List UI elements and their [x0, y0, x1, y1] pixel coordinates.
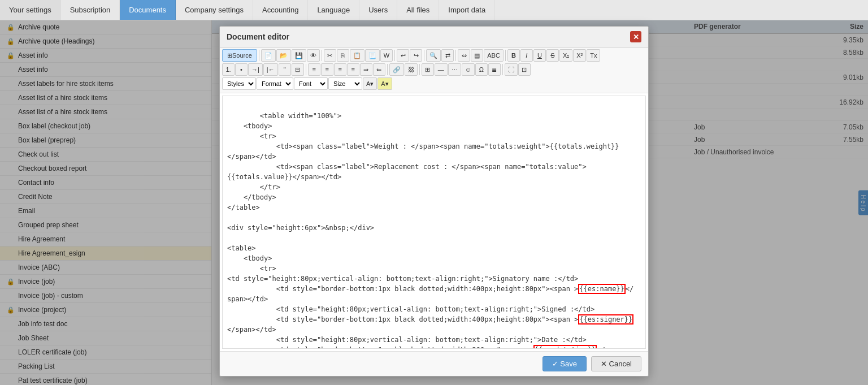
modal-footer: ✓ Save ✕ Cancel — [220, 351, 648, 376]
source-icon: ⊞ — [227, 52, 232, 59]
increase-indent-button[interactable]: →| — [248, 63, 263, 76]
bold-button[interactable]: B — [507, 49, 520, 62]
blockquote-button[interactable]: " — [279, 63, 291, 76]
text-dir-button[interactable]: ⇔ — [458, 49, 470, 62]
toolbar-row-1: ⊞ Source 📄 📂 💾 👁 ✂ ⎘ 📋 📃 W ↩ — [222, 49, 646, 62]
modal-backdrop: Document editor ✕ ⊞ Source 📄 📂 💾 👁 ✂ — [0, 20, 868, 385]
styles-select[interactable]: Styles — [222, 77, 256, 90]
iframe-button[interactable]: ≣ — [488, 63, 501, 76]
find-replace-button[interactable]: ⇄ — [441, 49, 454, 62]
tab-language[interactable]: Language — [308, 0, 359, 20]
tab-users[interactable]: Users — [359, 0, 397, 20]
align-center-button[interactable]: ≡ — [321, 63, 333, 76]
table-button[interactable]: ⊞ — [422, 63, 434, 76]
undo-button[interactable]: ↩ — [397, 49, 409, 62]
source-button[interactable]: ⊞ Source — [222, 49, 257, 62]
save-doc-button[interactable]: 💾 — [292, 49, 306, 62]
link-button[interactable]: 🔗 — [389, 63, 404, 76]
toolbar-sep — [322, 50, 322, 61]
smiley-button[interactable]: ☺ — [462, 63, 475, 76]
toolbar-sep — [306, 64, 306, 75]
hrule-button[interactable]: — — [435, 63, 448, 76]
toolbar-sep — [505, 50, 506, 61]
paste-button[interactable]: 📋 — [350, 49, 364, 62]
cut-button[interactable]: ✂ — [324, 49, 336, 62]
main-area: 🔒 Archive quote 🔒 Archive quote (Heading… — [0, 20, 868, 385]
top-nav: Your settings Subscription Documents Com… — [0, 0, 868, 20]
format-select[interactable]: Format — [257, 77, 293, 90]
new-doc-button[interactable]: 📄 — [261, 49, 276, 62]
tab-accounting[interactable]: Accounting — [253, 0, 308, 20]
cancel-button[interactable]: ✕ Cancel — [591, 356, 641, 371]
toolbar-row-3: Styles Format Font Size A▾ A▾ — [222, 77, 646, 90]
numbered-list-button[interactable]: 1. — [222, 63, 235, 76]
special-char-button[interactable]: Ω — [475, 63, 488, 76]
modal-close-button[interactable]: ✕ — [630, 31, 641, 42]
toolbar-row-2: 1. • →| |← " ⊟ ≡ ≡ ≡ ≡ ⇒ ⇐ 🔗 ⛓ — [222, 63, 646, 76]
align-justify-button[interactable]: ≡ — [347, 63, 359, 76]
find-button[interactable]: 🔍 — [426, 49, 441, 62]
page-break-button[interactable]: ⋯ — [448, 63, 461, 76]
paste-text-button[interactable]: 📃 — [365, 49, 380, 62]
tab-all-files[interactable]: All files — [397, 0, 439, 20]
show-all-button[interactable]: ⊡ — [518, 63, 531, 76]
spellcheck-button[interactable]: ABC — [484, 49, 504, 62]
toolbar-sep — [419, 64, 420, 75]
decrease-indent-button[interactable]: |← — [263, 63, 278, 76]
toolbar-sep — [424, 50, 424, 61]
toolbar-sep — [394, 50, 395, 61]
subscript-button[interactable]: X₂ — [559, 49, 572, 62]
bullet-list-button[interactable]: • — [235, 63, 248, 76]
paste-word-button[interactable]: W — [380, 49, 393, 62]
editor-content-area[interactable]: <table width="100%"> <tbody> <tr> <td><s… — [222, 96, 646, 349]
modal-title: Document editor — [227, 32, 289, 41]
tab-your-settings[interactable]: Your settings — [0, 0, 61, 20]
ltr-button[interactable]: ⇒ — [360, 63, 372, 76]
size-select[interactable]: Size — [328, 77, 362, 90]
show-blocks-button[interactable]: ▤ — [471, 49, 483, 62]
toolbar-sep — [387, 64, 388, 75]
toolbar-sep — [259, 50, 259, 61]
rtl-button[interactable]: ⇐ — [373, 63, 385, 76]
bg-color-button[interactable]: A▾ — [377, 77, 392, 90]
editor-text: <table width="100%"> <tbody> <tr> <td><s… — [227, 112, 638, 349]
strikethrough-button[interactable]: S — [546, 49, 559, 62]
maximize-button[interactable]: ⛶ — [505, 63, 518, 76]
toolbar-sep — [502, 64, 503, 75]
italic-button[interactable]: I — [520, 49, 533, 62]
editor-toolbar: ⊞ Source 📄 📂 💾 👁 ✂ ⎘ 📋 📃 W ↩ — [220, 47, 648, 93]
div-button[interactable]: ⊟ — [292, 63, 304, 76]
remove-format-button[interactable]: Tx — [587, 49, 600, 62]
unlink-button[interactable]: ⛓ — [405, 63, 418, 76]
open-button[interactable]: 📂 — [276, 49, 291, 62]
preview-button[interactable]: 👁 — [307, 49, 320, 62]
font-color-button[interactable]: A▾ — [363, 77, 377, 90]
modal-header: Document editor ✕ — [220, 27, 648, 47]
superscript-button[interactable]: X² — [573, 49, 586, 62]
toolbar-sep — [455, 50, 456, 61]
tab-company-settings[interactable]: Company settings — [176, 0, 253, 20]
redo-button[interactable]: ↪ — [410, 49, 422, 62]
save-button[interactable]: ✓ Save — [542, 356, 587, 371]
align-right-button[interactable]: ≡ — [334, 63, 346, 76]
document-editor-modal: Document editor ✕ ⊞ Source 📄 📂 💾 👁 ✂ — [219, 26, 649, 377]
copy-button[interactable]: ⎘ — [337, 49, 349, 62]
font-select[interactable]: Font — [294, 77, 328, 90]
tab-import-data[interactable]: Import data — [439, 0, 495, 20]
tab-documents[interactable]: Documents — [120, 0, 176, 20]
underline-button[interactable]: U — [533, 49, 546, 62]
tab-subscription[interactable]: Subscription — [61, 0, 120, 20]
align-left-button[interactable]: ≡ — [308, 63, 320, 76]
